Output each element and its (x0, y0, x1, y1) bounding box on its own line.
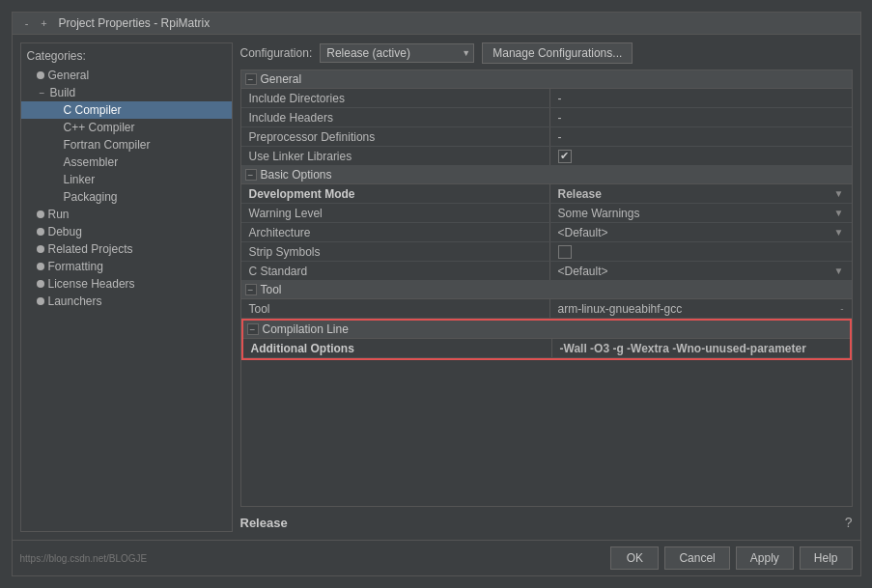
sidebar-item-linker[interactable]: Linker (21, 171, 232, 188)
dropdown-indicator: - (840, 303, 843, 314)
checkbox-strip-symbols[interactable] (558, 245, 572, 259)
apply-button[interactable]: Apply (736, 546, 794, 570)
sidebar-item-related-projects[interactable]: Related Projects (21, 240, 232, 258)
sidebar-item-label: Packaging (64, 190, 118, 204)
section-tool[interactable]: − Tool (241, 281, 852, 299)
sidebar-item-formatting[interactable]: Formatting (21, 258, 232, 275)
dot-icon (37, 263, 44, 270)
dialog-body: Categories: General − Build C Compiler C… (13, 35, 860, 540)
config-label: Configuration: (240, 46, 313, 60)
ok-button[interactable]: OK (610, 546, 659, 570)
section-toggle-basic[interactable]: − (245, 169, 257, 181)
prop-value: -Wall -O3 -g -Wextra -Wno-unused-paramet… (552, 339, 850, 357)
sidebar-item-label: Launchers (48, 294, 102, 308)
prop-strip-symbols[interactable]: Strip Symbols (241, 242, 852, 262)
prop-name: Warning Level (241, 204, 550, 222)
dropdown-indicator: ▼ (834, 227, 844, 238)
section-toggle-tool[interactable]: − (245, 284, 257, 295)
prop-value (550, 242, 852, 261)
prop-value: - (550, 127, 852, 146)
sidebar-item-fortran-compiler[interactable]: Fortran Compiler (21, 136, 232, 154)
sidebar-item-label: Debug (48, 225, 82, 238)
prop-architecture[interactable]: Architecture <Default> ▼ (241, 223, 852, 242)
sidebar-item-label: License Headers (48, 277, 135, 291)
dropdown-indicator: ▼ (834, 266, 844, 276)
title-bar-icons: - + (20, 16, 51, 30)
sidebar-item-launchers[interactable]: Launchers (21, 293, 232, 310)
prop-name: Strip Symbols (241, 242, 550, 261)
categories-label: Categories: (21, 47, 232, 67)
prop-value: - (550, 89, 852, 107)
section-compilation-label: Compilation Line (263, 322, 349, 336)
prop-name: Architecture (241, 223, 550, 241)
help-circle-icon[interactable]: ? (845, 515, 853, 530)
cancel-button[interactable]: Cancel (664, 546, 729, 570)
prop-name: Additional Options (243, 339, 552, 357)
sidebar-item-label: Run (48, 208, 70, 221)
prop-value: <Default> ▼ (550, 262, 852, 280)
maximize-icon[interactable]: + (38, 16, 51, 30)
prop-value: - (550, 108, 852, 126)
collapse-icon: − (37, 87, 48, 98)
prop-value: <Default> ▼ (550, 223, 852, 241)
section-basic-label: Basic Options (261, 168, 332, 182)
prop-name: Include Directories (241, 89, 550, 107)
prop-name: Include Headers (241, 108, 550, 126)
bottom-bar: https://blog.csdn.net/BLOGJE OK Cancel A… (13, 540, 860, 575)
checkbox-use-linker[interactable]: ✔ (558, 150, 572, 163)
prop-development-mode[interactable]: Development Mode Release ▼ (241, 184, 852, 204)
minimize-icon[interactable]: - (20, 16, 34, 30)
sidebar-item-label: Formatting (48, 260, 103, 273)
dot-icon (37, 71, 44, 79)
sidebar-item-label: Linker (64, 173, 96, 186)
sidebar-item-assembler[interactable]: Assembler (21, 154, 232, 171)
sidebar-item-label: Assembler (64, 155, 119, 169)
config-select[interactable]: Release (active) (320, 43, 474, 63)
sidebar-item-license-headers[interactable]: License Headers (21, 275, 232, 293)
window-title: Project Properties - RpiMatrix (59, 16, 211, 30)
sidebar-item-label: C Compiler (64, 103, 122, 117)
dropdown-indicator: ▼ (834, 208, 844, 218)
prop-value: arm-linux-gnueabihf-gcc - (550, 299, 852, 318)
section-general[interactable]: − General (241, 70, 852, 89)
sidebar-item-cpp-compiler[interactable]: C++ Compiler (21, 119, 232, 136)
sidebar-item-general[interactable]: General (21, 67, 232, 84)
dot-icon (37, 297, 44, 305)
prop-additional-options[interactable]: Additional Options -Wall -O3 -g -Wextra … (243, 339, 850, 358)
sidebar-item-label: Related Projects (48, 242, 133, 256)
sidebar-item-packaging[interactable]: Packaging (21, 188, 232, 206)
prop-name: C Standard (241, 262, 550, 280)
section-toggle-compilation[interactable]: − (247, 323, 259, 335)
project-properties-dialog: - + Project Properties - RpiMatrix Categ… (12, 12, 861, 576)
section-compilation-line[interactable]: − Compilation Line (243, 321, 850, 339)
sidebar-item-c-compiler[interactable]: C Compiler (21, 101, 232, 119)
prop-use-linker-libraries[interactable]: Use Linker Libraries ✔ (241, 147, 852, 166)
sidebar-item-build[interactable]: − Build (21, 84, 232, 101)
section-toggle-general[interactable]: − (245, 73, 257, 85)
manage-configurations-button[interactable]: Manage Configurations... (482, 42, 633, 64)
sidebar-item-label: C++ Compiler (64, 121, 135, 134)
prop-include-headers[interactable]: Include Headers - (241, 108, 852, 127)
prop-tool[interactable]: Tool arm-linux-gnueabihf-gcc - (241, 299, 852, 319)
prop-name: Development Mode (241, 184, 550, 203)
sidebar-item-label: General (48, 69, 90, 82)
release-label: Release (240, 516, 288, 530)
config-select-wrapper[interactable]: Release (active) (320, 43, 474, 63)
prop-preprocessor-definitions[interactable]: Preprocessor Definitions - (241, 127, 852, 147)
prop-name: Preprocessor Definitions (241, 127, 550, 146)
title-bar: - + Project Properties - RpiMatrix (13, 13, 860, 35)
right-panel: Configuration: Release (active) Manage C… (240, 42, 853, 532)
sidebar-item-debug[interactable]: Debug (21, 223, 232, 240)
sidebar-item-label: Fortran Compiler (64, 138, 151, 152)
help-button[interactable]: Help (800, 546, 853, 570)
categories-panel: Categories: General − Build C Compiler C… (20, 42, 233, 532)
dot-icon (37, 280, 44, 288)
section-basic-options[interactable]: − Basic Options (241, 166, 852, 184)
prop-c-standard[interactable]: C Standard <Default> ▼ (241, 262, 852, 281)
sidebar-item-run[interactable]: Run (21, 206, 232, 223)
prop-include-directories[interactable]: Include Directories - (241, 89, 852, 108)
dot-icon (37, 228, 44, 236)
prop-warning-level[interactable]: Warning Level Some Warnings ▼ (241, 204, 852, 223)
config-row: Configuration: Release (active) Manage C… (240, 42, 853, 64)
dot-icon (37, 210, 44, 218)
